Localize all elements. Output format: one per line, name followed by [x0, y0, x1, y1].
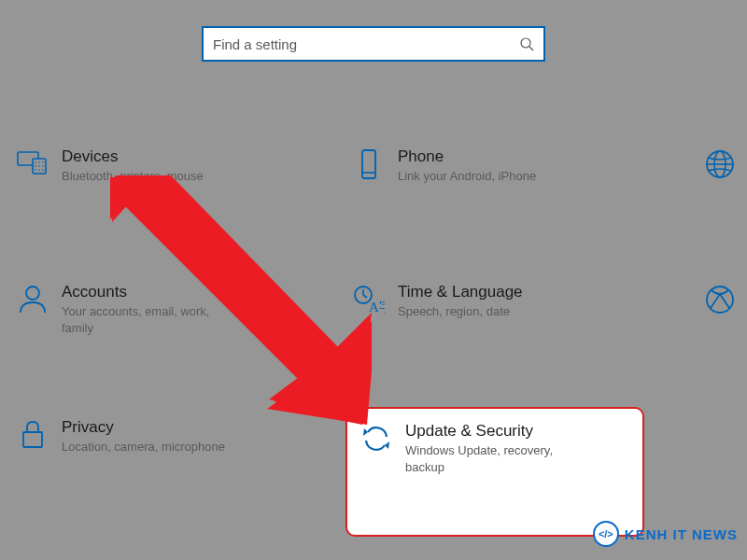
settings-tiles: Devices Bluetooth, printers, mouse Phone… [0, 131, 747, 537]
svg-point-10 [35, 161, 36, 163]
tile-gaming-partial[interactable] [689, 266, 745, 401]
tile-privacy[interactable]: Privacy Location, camera, microphone [17, 401, 353, 537]
tile-title: Phone [398, 147, 536, 166]
phone-icon [353, 147, 385, 181]
search-icon [519, 36, 534, 51]
svg-rect-13 [362, 150, 375, 178]
tile-network-partial[interactable] [689, 131, 745, 266]
person-icon [17, 283, 49, 315]
svg-point-8 [38, 165, 40, 167]
watermark-text: KENH IT NEWS [625, 526, 738, 542]
svg-point-11 [38, 161, 40, 163]
search-box[interactable] [202, 26, 545, 62]
tile-text: Phone Link your Android, iPhone [385, 147, 536, 185]
tile-title: Accounts [62, 283, 230, 301]
tile-text: Accounts Your accounts, email, work, fam… [49, 283, 230, 336]
search-input[interactable] [213, 36, 519, 52]
search-container [202, 26, 545, 62]
tile-subtitle: Link your Android, iPhone [398, 168, 536, 185]
tile-text: Time & Language Speech, region, date [385, 283, 523, 320]
tile-text: Devices Bluetooth, printers, mouse [49, 147, 204, 185]
svg-marker-26 [385, 441, 389, 449]
tile-update-security[interactable]: Update & Security Windows Update, recove… [345, 407, 644, 537]
sync-icon [360, 422, 392, 454]
svg-rect-24 [23, 432, 42, 447]
svg-point-4 [35, 169, 36, 171]
globe-icon [704, 147, 736, 179]
time-language-icon: A字 [353, 283, 385, 315]
svg-point-6 [42, 169, 44, 171]
tile-subtitle: Bluetooth, printers, mouse [62, 168, 204, 185]
tile-title: Time & Language [398, 283, 523, 301]
svg-point-0 [521, 38, 530, 48]
tile-title: Devices [62, 147, 204, 166]
lock-icon [17, 418, 49, 450]
tile-row: Devices Bluetooth, printers, mouse Phone… [17, 131, 747, 266]
svg-point-18 [26, 287, 39, 300]
svg-line-1 [529, 47, 533, 50]
tile-row: Privacy Location, camera, microphone Upd… [17, 401, 747, 537]
tile-devices[interactable]: Devices Bluetooth, printers, mouse [17, 131, 353, 266]
svg-text:A字: A字 [369, 300, 385, 315]
tile-title: Update & Security [405, 422, 573, 441]
xbox-icon [704, 283, 736, 315]
tile-time-language[interactable]: A字 Time & Language Speech, region, date [353, 266, 689, 401]
watermark: </> KENH IT NEWS [593, 521, 738, 547]
tile-phone[interactable]: Phone Link your Android, iPhone [353, 131, 689, 266]
tile-subtitle: Location, camera, microphone [62, 439, 225, 455]
tile-text: Update & Security Windows Update, recove… [392, 422, 573, 475]
tile-text: Privacy Location, camera, microphone [49, 418, 225, 455]
svg-point-5 [38, 169, 40, 171]
tile-title: Privacy [62, 418, 225, 437]
svg-point-23 [707, 287, 733, 313]
watermark-logo-icon: </> [593, 521, 619, 547]
svg-point-9 [42, 165, 44, 167]
svg-marker-25 [363, 428, 368, 436]
devices-icon [17, 147, 49, 175]
tile-accounts[interactable]: Accounts Your accounts, email, work, fam… [17, 266, 353, 401]
tile-row: Accounts Your accounts, email, work, fam… [17, 266, 747, 401]
tile-subtitle: Your accounts, email, work, family [62, 303, 230, 336]
svg-line-21 [363, 295, 367, 298]
svg-point-12 [42, 161, 44, 163]
tile-subtitle: Speech, region, date [398, 303, 523, 320]
svg-point-7 [35, 165, 36, 167]
tile-subtitle: Windows Update, recovery, backup [405, 442, 573, 475]
